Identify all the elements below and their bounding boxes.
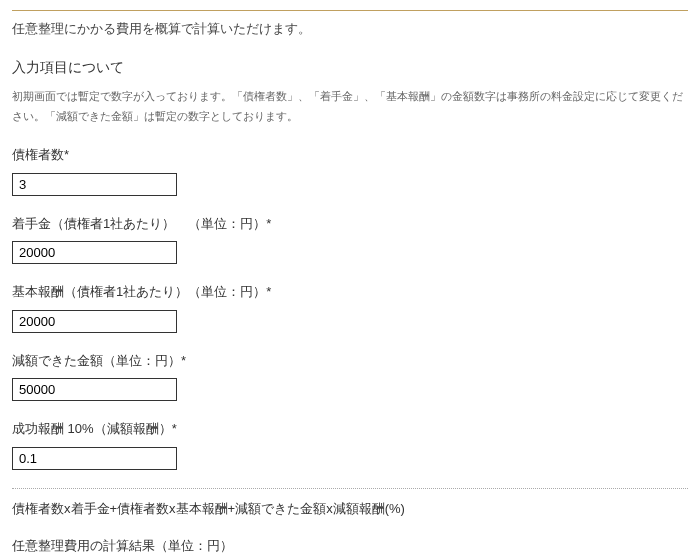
field-basic-fee: 基本報酬（債権者1社あたり）（単位：円）* bbox=[12, 282, 688, 333]
basic-fee-label: 基本報酬（債権者1社あたり）（単位：円）* bbox=[12, 282, 688, 302]
result-group: 任意整理費用の計算結果（単位：円） bbox=[12, 536, 688, 560]
basic-fee-input[interactable] bbox=[12, 310, 177, 333]
field-success-fee: 成功報酬 10%（減額報酬）* bbox=[12, 419, 688, 470]
section-heading: 入力項目について bbox=[12, 57, 688, 78]
reduced-amount-input[interactable] bbox=[12, 378, 177, 401]
creditors-input[interactable] bbox=[12, 173, 177, 196]
success-fee-label: 成功報酬 10%（減額報酬）* bbox=[12, 419, 688, 439]
top-divider bbox=[12, 10, 688, 11]
intro-text: 任意整理にかかる費用を概算で計算いただけます。 bbox=[12, 19, 688, 39]
field-reduced-amount: 減額できた金額（単位：円）* bbox=[12, 351, 688, 402]
field-creditors: 債権者数* bbox=[12, 145, 688, 196]
retainer-input[interactable] bbox=[12, 241, 177, 264]
reduced-amount-label: 減額できた金額（単位：円）* bbox=[12, 351, 688, 371]
formula-text: 債権者数x着手金+債権者数x基本報酬+減額できた金額x減額報酬(%) bbox=[12, 499, 688, 519]
field-retainer: 着手金（債権者1社あたり） （単位：円）* bbox=[12, 214, 688, 265]
result-label: 任意整理費用の計算結果（単位：円） bbox=[12, 536, 688, 556]
divider bbox=[12, 488, 688, 489]
success-fee-input[interactable] bbox=[12, 447, 177, 470]
retainer-label: 着手金（債権者1社あたり） （単位：円）* bbox=[12, 214, 688, 234]
creditors-label: 債権者数* bbox=[12, 145, 688, 165]
description-text: 初期画面では暫定で数字が入っております。「債権者数」、「着手金」、「基本報酬」の… bbox=[12, 86, 688, 128]
